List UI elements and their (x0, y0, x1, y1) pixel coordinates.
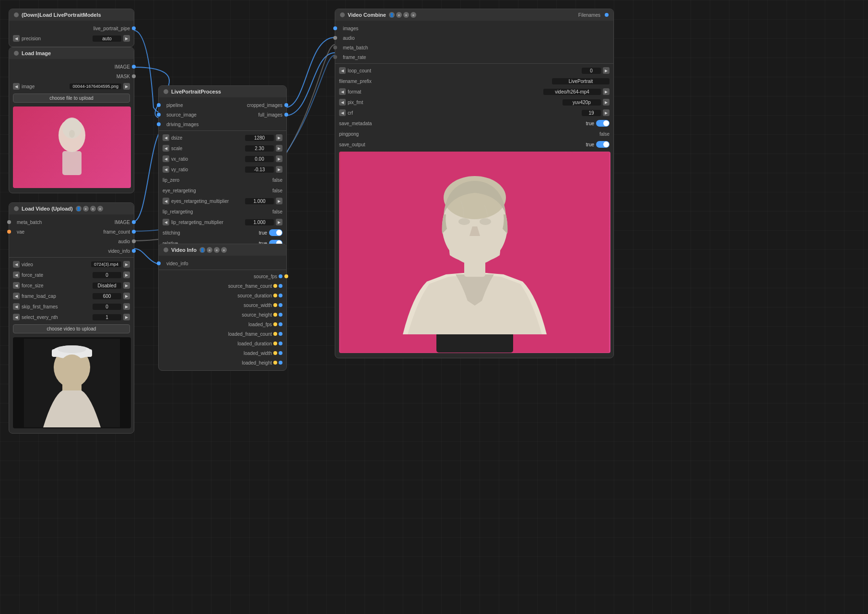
port-dot-lfps-yellow (273, 322, 277, 326)
port-label-loaded-frame-count: loaded_frame_count (228, 331, 272, 337)
save-metadata-toggle[interactable] (596, 120, 610, 127)
node-title-vi: Video Info (171, 247, 197, 253)
node-header-live-portrait-process: LivePortraitProcess (159, 86, 286, 97)
scale-value: 2.30 (245, 145, 274, 152)
format-right[interactable]: ▶ (603, 88, 610, 95)
port-row-driving-images: driving_images (159, 119, 286, 129)
select-every-nth-label: select_every_nth (22, 315, 91, 320)
pingpong-label: pingpong (339, 131, 467, 137)
control-frame-load-cap: ◀ frame_load_cap 600 ▶ (9, 291, 134, 301)
select-every-nth-left-arrow[interactable]: ◀ (13, 314, 20, 320)
lip-retargeting-value: false (272, 209, 282, 214)
vy-ratio-right[interactable]: ▶ (276, 166, 282, 173)
pix-fmt-right[interactable]: ▶ (603, 99, 610, 106)
control-format: ◀ format video/h264-mp4 ▶ (335, 86, 613, 97)
control-precision: ◀ precision auto ▶ (9, 33, 134, 44)
crf-left[interactable]: ◀ (339, 109, 346, 116)
port-dot-vc-meta-batch (333, 46, 337, 49)
vc-sep (335, 63, 613, 64)
skip-first-frames-right-arrow[interactable]: ▶ (123, 303, 130, 310)
image-preview-portrait (13, 106, 131, 188)
port-label-loaded-width: loaded_width (244, 351, 272, 356)
precision-left-arrow[interactable]: ◀ (13, 35, 20, 42)
port-row-audio-right: audio (9, 236, 134, 246)
control-loop-count: ◀ loop_count 0 ▶ (335, 65, 613, 76)
port-dot-audio-right (132, 239, 136, 243)
port-dot-vc-audio (333, 36, 337, 40)
port-dot-sfc-yellow (273, 284, 277, 288)
vy-ratio-left[interactable]: ◀ (163, 166, 169, 173)
scale-right[interactable]: ▶ (276, 145, 282, 152)
force-rate-label: force_rate (22, 272, 91, 278)
loop-count-left[interactable]: ◀ (339, 67, 346, 74)
port-label-loaded-height: loaded_height (242, 360, 272, 366)
save-output-label: save_output (339, 142, 460, 147)
port-dot-lh-yellow (273, 361, 277, 365)
vc-images-label: images (343, 26, 358, 31)
lip-mult-left[interactable]: ◀ (163, 219, 169, 225)
save-output-toggle[interactable] (596, 141, 610, 148)
video-right-arrow[interactable]: ▶ (123, 261, 130, 268)
port-dot-source-fps-2 (279, 274, 282, 278)
port-label-image-right: IMAGE (115, 220, 130, 225)
force-size-right-arrow[interactable]: ▶ (123, 282, 130, 289)
video-info-header-icons: 👤 ● ● ● (199, 247, 227, 253)
svg-point-17 (458, 218, 470, 225)
port-label-vae: vae (17, 229, 24, 235)
port-dot-lfc-yellow (273, 332, 277, 336)
vi-icon-1: ● (207, 247, 212, 253)
frame-load-cap-left-arrow[interactable]: ◀ (13, 293, 20, 299)
crf-right[interactable]: ▶ (603, 109, 610, 116)
dsize-right[interactable]: ▶ (276, 134, 282, 141)
precision-value: auto (93, 35, 121, 42)
port-label-cropped-images: cropped_images (247, 103, 282, 108)
force-size-left-arrow[interactable]: ◀ (13, 282, 20, 289)
lip-mult-right[interactable]: ▶ (276, 219, 282, 225)
image-left-arrow[interactable]: ◀ (13, 83, 20, 90)
force-rate-right-arrow[interactable]: ▶ (123, 272, 130, 278)
node-video-info: Video Info 👤 ● ● ● video_info source_fps… (158, 244, 287, 371)
select-every-nth-right-arrow[interactable]: ▶ (123, 314, 130, 320)
svg-point-3 (69, 130, 75, 138)
port-dot-sw-yellow (273, 303, 277, 307)
port-dot-meta-batch (7, 220, 11, 224)
stitching-toggle[interactable] (269, 229, 282, 236)
force-rate-left-arrow[interactable]: ◀ (13, 272, 20, 278)
pix-fmt-left[interactable]: ◀ (339, 99, 346, 106)
port-row-loaded-frame-count: loaded_frame_count (159, 329, 286, 339)
portrait-bust-icon (48, 109, 96, 186)
video-left-arrow[interactable]: ◀ (13, 261, 20, 268)
vc-frame-rate-label: frame_rate (343, 55, 366, 60)
node-status-dot (14, 12, 19, 17)
port-label-pipeline: pipeline (166, 103, 183, 108)
frame-load-cap-right-arrow[interactable]: ▶ (123, 293, 130, 299)
precision-right-arrow[interactable]: ▶ (123, 35, 130, 42)
skip-first-frames-left-arrow[interactable]: ◀ (13, 303, 20, 310)
choose-video-button[interactable]: choose video to upload (13, 324, 130, 333)
vx-ratio-right[interactable]: ▶ (276, 155, 282, 162)
node-title-load-video: Load Video (Upload) (22, 206, 73, 212)
lip-zero-value: false (272, 177, 282, 183)
choose-file-button[interactable]: choose file to upload (13, 94, 130, 103)
eyes-mult-left[interactable]: ◀ (163, 198, 169, 204)
scale-left[interactable]: ◀ (163, 145, 169, 152)
vi-sep (159, 270, 286, 270)
port-row-loaded-fps: loaded_fps (159, 319, 286, 329)
vi-icon-3: ● (221, 247, 227, 253)
port-dot-vi-input (157, 261, 161, 265)
icon-circle3: ● (97, 206, 103, 212)
eyes-mult-right[interactable]: ▶ (276, 198, 282, 204)
lip-mult-value: 1.000 (245, 219, 274, 225)
loop-count-right[interactable]: ▶ (603, 67, 610, 74)
image-right-arrow[interactable]: ▶ (123, 83, 130, 90)
port-row-source-frame-count: source_frame_count (159, 281, 286, 291)
vx-ratio-left[interactable]: ◀ (163, 155, 169, 162)
port-label-source-height: source_height (242, 312, 272, 318)
node-load-video: Load Video (Upload) 👤 ● ● ● meta_batch I… (9, 202, 134, 434)
dsize-left[interactable]: ◀ (163, 134, 169, 141)
port-row-source-width: source_width (159, 300, 286, 310)
port-dot-frame-count (132, 230, 136, 234)
format-left[interactable]: ◀ (339, 88, 346, 95)
image-preview-person (13, 337, 131, 428)
control-crf: ◀ crf 19 ▶ (335, 107, 613, 118)
